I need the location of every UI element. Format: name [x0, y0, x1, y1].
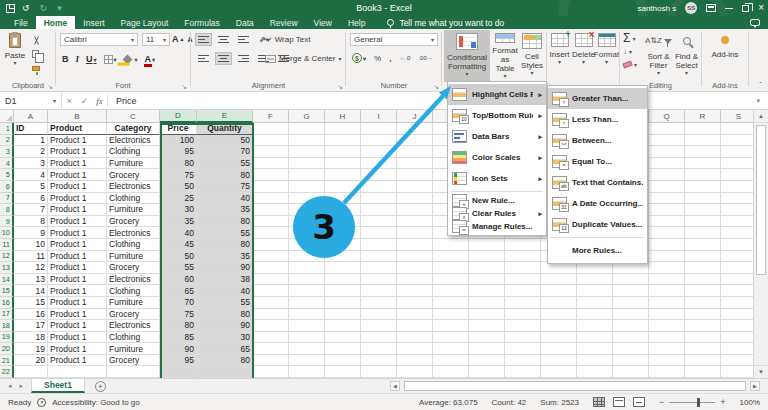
- grid-cell[interactable]: [325, 135, 361, 147]
- grid-cell[interactable]: [397, 297, 433, 309]
- grid-cell[interactable]: [253, 169, 289, 181]
- grid-cell[interactable]: [469, 297, 505, 309]
- grid-cell[interactable]: ID: [14, 123, 48, 135]
- grid-cell[interactable]: 75: [160, 309, 197, 321]
- grid-cell[interactable]: [325, 355, 361, 367]
- grid-cell[interactable]: Product 1: [48, 227, 107, 239]
- grid-cell[interactable]: 35: [197, 204, 253, 216]
- grid-cell[interactable]: [721, 169, 753, 181]
- grid-cell[interactable]: [541, 285, 577, 297]
- grid-cell[interactable]: [325, 262, 361, 274]
- grid-cell[interactable]: [505, 332, 541, 344]
- row-header[interactable]: 20: [0, 343, 14, 355]
- column-header-f[interactable]: F: [253, 110, 289, 123]
- grid-cell[interactable]: [361, 216, 397, 228]
- minimize-button[interactable]: [725, 8, 733, 9]
- submenu-item-text-that-contains[interactable]: Text that Contains...: [548, 172, 647, 193]
- menu-item-top-bottom-rules[interactable]: Top/Bottom Rules▸: [448, 105, 546, 126]
- grid-cell[interactable]: Product 1: [48, 251, 107, 263]
- grid-cell[interactable]: Category: [107, 123, 160, 135]
- grid-cell[interactable]: 75: [197, 181, 253, 193]
- grid-cell[interactable]: [289, 320, 325, 332]
- tab-review[interactable]: Review: [262, 16, 306, 29]
- clear-button[interactable]: ▾: [623, 59, 637, 69]
- grid-cell[interactable]: [361, 123, 397, 135]
- grid-cell[interactable]: [253, 332, 289, 344]
- grid-cell[interactable]: [397, 366, 433, 378]
- grid-cell[interactable]: 20: [14, 355, 48, 367]
- number-dialog-launcher-icon[interactable]: ↘: [434, 83, 439, 90]
- row-header[interactable]: 14: [0, 274, 14, 286]
- grid-cell[interactable]: [685, 355, 721, 367]
- grid-cell[interactable]: [721, 332, 753, 344]
- grid-cell[interactable]: [685, 366, 721, 378]
- grid-cell[interactable]: 80: [197, 355, 253, 367]
- grid-cell[interactable]: Product 1: [48, 239, 107, 251]
- grid-cell[interactable]: [361, 262, 397, 274]
- grid-cell[interactable]: [541, 274, 577, 286]
- menu-item-color-scales[interactable]: Color Scales▸: [448, 147, 546, 168]
- grid-cell[interactable]: Product 1: [48, 146, 107, 158]
- clipboard-dialog-launcher-icon[interactable]: ↘: [48, 83, 53, 90]
- grid-cell[interactable]: [397, 251, 433, 263]
- grid-cell[interactable]: [361, 193, 397, 205]
- grid-cell[interactable]: 12: [14, 262, 48, 274]
- horizontal-scroll-thumb[interactable]: [404, 381, 746, 391]
- grid-cell[interactable]: 70: [197, 146, 253, 158]
- avatar[interactable]: SS: [685, 2, 697, 14]
- grid-cell[interactable]: 10: [14, 239, 48, 251]
- row-header[interactable]: 11: [0, 239, 14, 251]
- grid-cell[interactable]: [649, 135, 685, 147]
- menu-item-highlight-cells-rules[interactable]: Highlight Cells Rules▸: [448, 84, 546, 105]
- cancel-icon[interactable]: ×: [62, 96, 77, 106]
- grid-cell[interactable]: [649, 158, 685, 170]
- zoom-out-button[interactable]: −: [659, 397, 664, 407]
- grid-cell[interactable]: Clothing: [107, 193, 160, 205]
- comments-icon[interactable]: [750, 19, 760, 26]
- grid-cell[interactable]: [361, 181, 397, 193]
- align-right-button[interactable]: [235, 52, 252, 65]
- restore-button[interactable]: [742, 5, 749, 12]
- grid-cell[interactable]: [649, 227, 685, 239]
- grid-cell[interactable]: Product 1: [48, 332, 107, 344]
- underline-button[interactable]: U▾: [86, 54, 97, 64]
- grid-cell[interactable]: [649, 193, 685, 205]
- menu-item-manage-rules[interactable]: Manage Rules...: [448, 220, 546, 233]
- grid-cell[interactable]: Quantity: [197, 123, 253, 135]
- grid-cell[interactable]: [721, 181, 753, 193]
- row-header[interactable]: 13: [0, 262, 14, 274]
- grid-cell[interactable]: 95: [160, 355, 197, 367]
- scroll-down-icon[interactable]: ▼: [754, 365, 768, 378]
- grid-cell[interactable]: 80: [160, 320, 197, 332]
- tab-view[interactable]: View: [306, 16, 340, 29]
- grid-cell[interactable]: [469, 285, 505, 297]
- grid-cell[interactable]: Furniture: [107, 251, 160, 263]
- grid-cell[interactable]: [397, 146, 433, 158]
- grid-cell[interactable]: Electronics: [107, 181, 160, 193]
- grid-cell[interactable]: [289, 285, 325, 297]
- grid-cell[interactable]: [253, 274, 289, 286]
- grid-cell[interactable]: [649, 355, 685, 367]
- grid-cell[interactable]: [361, 251, 397, 263]
- grid-cell[interactable]: [325, 239, 361, 251]
- grid-cell[interactable]: [613, 355, 649, 367]
- grid-cell[interactable]: 70: [160, 297, 197, 309]
- grid-cell[interactable]: 3: [14, 158, 48, 170]
- grid-cell[interactable]: [505, 355, 541, 367]
- grid-cell[interactable]: 2: [14, 146, 48, 158]
- grid-cell[interactable]: 55: [197, 227, 253, 239]
- grid-cell[interactable]: [289, 332, 325, 344]
- page-layout-view-icon[interactable]: [613, 397, 625, 407]
- grid-cell[interactable]: [649, 366, 685, 378]
- grid-cell[interactable]: [361, 135, 397, 147]
- grid-cell[interactable]: [577, 366, 613, 378]
- row-header[interactable]: 3: [0, 146, 14, 158]
- grid-cell[interactable]: 13: [14, 274, 48, 286]
- grid-cell[interactable]: Furniture: [107, 158, 160, 170]
- grid-cell[interactable]: [541, 366, 577, 378]
- grid-cell[interactable]: 40: [160, 227, 197, 239]
- grid-cell[interactable]: [397, 204, 433, 216]
- grid-cell[interactable]: 30: [160, 204, 197, 216]
- row-header[interactable]: 12: [0, 251, 14, 263]
- grid-cell[interactable]: [361, 285, 397, 297]
